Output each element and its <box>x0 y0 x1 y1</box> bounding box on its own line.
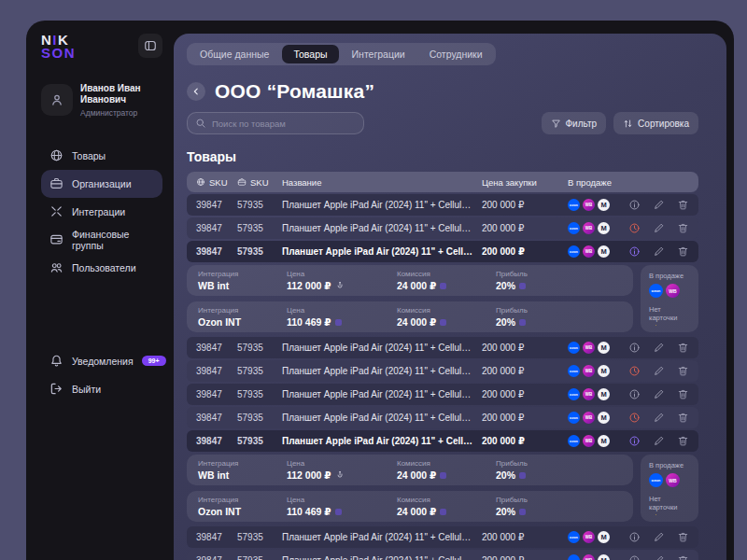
info-icon[interactable] <box>628 199 641 211</box>
tab-sotrudniki[interactable]: Сотрудники <box>418 45 494 63</box>
purchase-price: 200 000 ₽ <box>482 223 568 233</box>
tab-integracii[interactable]: Интеграции <box>341 45 416 63</box>
sidebar-item-polzovateli[interactable]: Пользователи <box>41 254 162 282</box>
delete-icon[interactable] <box>677 554 689 560</box>
table-row[interactable]: 39847 57935 Планшет Apple iPad Air (2024… <box>187 550 698 560</box>
ozon-icon: ozon <box>568 342 580 354</box>
sidebar-item-label: Пользователи <box>72 262 136 273</box>
tab-obshchie-dannye[interactable]: Общие данные <box>189 45 280 63</box>
clock-alert-icon[interactable] <box>628 365 641 377</box>
integration-name: WB int <box>198 280 287 291</box>
purchase-price: 200 000 ₽ <box>482 343 568 353</box>
edit-icon[interactable] <box>653 388 665 400</box>
table-row[interactable]: 39847 57935 Планшет Apple iPad Air (2024… <box>187 217 698 239</box>
table-row[interactable]: 39847 57935 Планшет Apple iPad Air (2024… <box>187 194 698 216</box>
hint-icon <box>335 319 342 326</box>
purchase-price: 200 000 ₽ <box>482 555 568 560</box>
hint-icon <box>440 283 446 289</box>
sidebar-item-vyjti[interactable]: Выйти <box>41 375 162 403</box>
sidebar-item-label: Товары <box>72 150 106 161</box>
edit-icon[interactable] <box>653 412 665 424</box>
edit-icon[interactable] <box>653 342 665 354</box>
edit-icon[interactable] <box>653 199 665 211</box>
edit-icon[interactable] <box>653 531 665 543</box>
edit-icon[interactable] <box>653 365 665 377</box>
info-icon[interactable] <box>628 245 641 258</box>
wb-icon: WB <box>583 199 595 211</box>
sku-org: 57935 <box>237 389 282 399</box>
edit-icon[interactable] <box>653 245 665 258</box>
tab-tovary[interactable]: Товары <box>282 45 338 63</box>
briefcase-icon <box>49 176 63 190</box>
product-name: Планшет Apple iPad Air (2024) 11" + Cell… <box>282 366 482 376</box>
marketplace-badges: ozonWBM <box>568 365 627 377</box>
delete-icon[interactable] <box>677 412 689 424</box>
row-details: ИнтеграцияWB int Цена112 000 ₽ Комиссия2… <box>187 265 698 332</box>
profit-label: Прибыль <box>496 270 528 278</box>
profit-value: 20% <box>496 316 515 328</box>
delete-icon[interactable] <box>677 245 689 258</box>
integration-card-wb: ИнтеграцияWB int Цена112 000 ₽ Комиссия2… <box>187 455 633 485</box>
integration-card-ozon: ИнтеграцияOzon INT Цена110 469 ₽ Комисси… <box>187 491 633 522</box>
delete-icon[interactable] <box>677 365 689 377</box>
filter-button[interactable]: Фильтр <box>542 112 607 134</box>
megamarket-icon: M <box>598 388 610 400</box>
megamarket-icon: M <box>598 245 610 258</box>
info-icon[interactable] <box>628 554 641 560</box>
delete-icon[interactable] <box>677 222 689 234</box>
sidebar-collapse-button[interactable] <box>138 34 162 58</box>
commission-value: 24 000 ₽ <box>397 469 436 481</box>
price-label: Цена <box>287 270 397 278</box>
back-button[interactable] <box>187 82 205 101</box>
table-row-expanded[interactable]: 39847 57935 Планшет Apple iPad Air (2024… <box>187 430 698 452</box>
hint-icon <box>440 319 446 326</box>
hint-icon <box>519 509 526 515</box>
edit-icon[interactable] <box>653 222 665 234</box>
marketplace-badges: ozonWBM <box>568 245 627 258</box>
commission-value: 24 000 ₽ <box>397 506 436 517</box>
sku-org: 57935 <box>237 413 282 423</box>
sort-button[interactable]: Сортировка <box>613 112 698 134</box>
sidebar-item-tovary[interactable]: Товары <box>41 142 162 170</box>
integration-card-wb: ИнтеграцияWB int Цена112 000 ₽ Комиссия2… <box>187 265 633 296</box>
profit-value: 20% <box>496 280 515 291</box>
selling-label: В продаже <box>649 461 690 469</box>
table-row[interactable]: 39847 57935 Планшет Apple iPad Air (2024… <box>187 360 698 382</box>
info-icon[interactable] <box>628 388 641 400</box>
ozon-icon: ozon <box>568 435 580 447</box>
ozon-icon: ozon <box>568 388 580 400</box>
table-row[interactable]: 39847 57935 Планшет Apple iPad Air (2024… <box>187 407 698 428</box>
sidebar-item-organizacii[interactable]: Организации <box>41 170 162 198</box>
delete-icon[interactable] <box>677 199 689 211</box>
edit-icon[interactable] <box>653 435 665 447</box>
app-window: NIK SON Иванов Иван Иванович Администрат… <box>26 21 734 560</box>
table-row[interactable]: 39847 57935 Планшет Apple iPad Air (2024… <box>187 384 698 405</box>
user-profile[interactable]: Иванов Иван Иванович Администратор <box>41 83 162 118</box>
info-icon[interactable] <box>628 531 641 543</box>
avatar <box>41 84 73 116</box>
delete-icon[interactable] <box>677 342 689 354</box>
ozon-icon: ozon <box>568 365 580 377</box>
table-row[interactable]: 39847 57935 Планшет Apple iPad Air (2024… <box>187 526 698 548</box>
price-label: Цена <box>287 496 397 504</box>
table-row-expanded[interactable]: 39847 57935 Планшет Apple iPad Air (2024… <box>187 241 698 262</box>
touch-icon[interactable] <box>335 470 345 480</box>
sidebar-item-uvedomleniya[interactable]: Уведомления 99+ <box>41 347 162 375</box>
clock-alert-icon[interactable] <box>628 412 641 424</box>
search-input[interactable] <box>212 119 356 129</box>
megamarket-icon: M <box>598 199 610 211</box>
sidebar-item-finansovye-gruppy[interactable]: Финансовые группы <box>41 226 162 254</box>
clock-alert-icon[interactable] <box>628 222 641 234</box>
edit-icon[interactable] <box>653 554 665 560</box>
delete-icon[interactable] <box>677 531 689 543</box>
info-icon[interactable] <box>628 342 641 354</box>
info-icon[interactable] <box>628 435 641 447</box>
table-row[interactable]: 39847 57935 Планшет Apple iPad Air (2024… <box>187 337 698 358</box>
sku-marketplace: 39847 <box>196 532 237 542</box>
sidebar-item-integracii[interactable]: Интеграции <box>41 198 162 226</box>
delete-icon[interactable] <box>677 435 689 447</box>
integration-price: 112 000 ₽ <box>287 280 331 291</box>
touch-icon[interactable] <box>335 281 345 290</box>
delete-icon[interactable] <box>677 388 689 400</box>
integration-label: Интеграция <box>198 496 287 504</box>
